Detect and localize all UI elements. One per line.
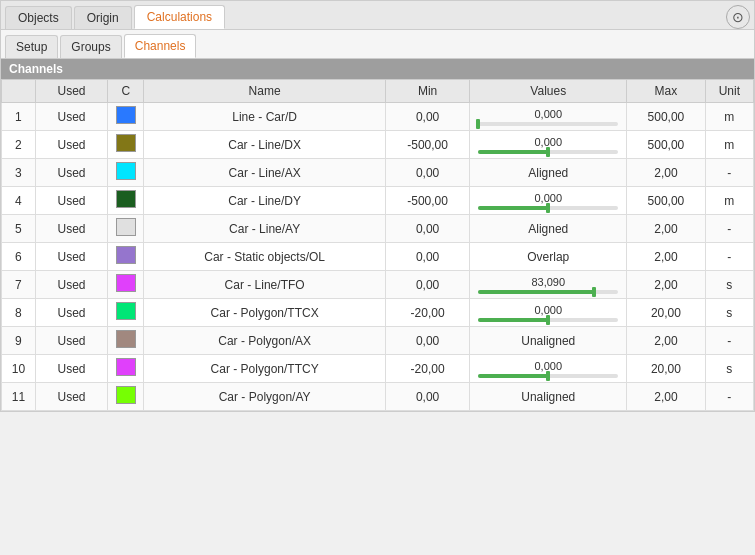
slider-bar[interactable] [478,318,618,322]
cell-max: 2,00 [627,243,705,271]
cell-used: Used [35,243,107,271]
cell-row-num: 11 [2,383,36,411]
slider-thumb[interactable] [546,203,550,213]
cell-value[interactable]: 0,000 [470,103,627,131]
slider-bar[interactable] [478,290,618,294]
cell-max: 2,00 [627,215,705,243]
table-row[interactable]: 10UsedCar - Polygon/TTCY-20,000,00020,00… [2,355,754,383]
cell-color-swatch[interactable] [108,355,144,383]
cell-row-num: 6 [2,243,36,271]
table-row[interactable]: 9UsedCar - Polygon/AX0,00Unaligned2,00- [2,327,754,355]
cell-max: 20,00 [627,355,705,383]
cell-row-num: 10 [2,355,36,383]
cell-name: Car - Polygon/AY [144,383,385,411]
cell-min: -500,00 [385,131,469,159]
col-header-name: Name [144,80,385,103]
table-row[interactable]: 4UsedCar - Line/DY-500,000,000500,00m [2,187,754,215]
slider-thumb[interactable] [546,371,550,381]
slider-bar[interactable] [478,122,618,126]
cell-min: 0,00 [385,159,469,187]
cell-used: Used [35,299,107,327]
cell-unit: - [705,159,753,187]
channels-table: Used C Name Min Values Max Unit 1UsedLin… [1,79,754,411]
table-row[interactable]: 5UsedCar - Line/AY0,00Aligned2,00- [2,215,754,243]
cell-min: -500,00 [385,187,469,215]
tab-channels[interactable]: Channels [124,34,197,58]
tab-calculations[interactable]: Calculations [134,5,225,29]
cell-unit: m [705,131,753,159]
cell-color-swatch[interactable] [108,383,144,411]
cell-max: 500,00 [627,103,705,131]
cell-unit: s [705,271,753,299]
cell-value: Unaligned [470,383,627,411]
cell-color-swatch[interactable] [108,187,144,215]
cell-value[interactable]: 0,000 [470,187,627,215]
table-body: 1UsedLine - Car/D0,000,000500,00m2UsedCa… [2,103,754,411]
tab-origin[interactable]: Origin [74,6,132,29]
col-header-unit: Unit [705,80,753,103]
cell-color-swatch[interactable] [108,131,144,159]
cell-color-swatch[interactable] [108,271,144,299]
table-row[interactable]: 6UsedCar - Static objects/OL0,00Overlap2… [2,243,754,271]
cell-used: Used [35,327,107,355]
cell-unit: m [705,103,753,131]
cell-color-swatch[interactable] [108,243,144,271]
slider-bar[interactable] [478,206,618,210]
cell-used: Used [35,271,107,299]
main-container: Objects Origin Calculations ⊙ Setup Grou… [0,0,755,412]
table-row[interactable]: 1UsedLine - Car/D0,000,000500,00m [2,103,754,131]
cell-used: Used [35,215,107,243]
cell-min: 0,00 [385,271,469,299]
slider-bar[interactable] [478,150,618,154]
cell-color-swatch[interactable] [108,215,144,243]
cell-name: Car - Static objects/OL [144,243,385,271]
cell-max: 500,00 [627,131,705,159]
cell-max: 2,00 [627,327,705,355]
cell-max: 2,00 [627,383,705,411]
cell-max: 2,00 [627,159,705,187]
col-header-values: Values [470,80,627,103]
cell-color-swatch[interactable] [108,327,144,355]
cell-min: -20,00 [385,299,469,327]
slider-thumb[interactable] [546,147,550,157]
cell-value[interactable]: 0,000 [470,355,627,383]
tab-groups[interactable]: Groups [60,35,121,58]
slider-thumb[interactable] [476,119,480,129]
cell-min: -20,00 [385,355,469,383]
cell-name: Car - Polygon/TTCY [144,355,385,383]
cell-color-swatch[interactable] [108,299,144,327]
table-row[interactable]: 8UsedCar - Polygon/TTCX-20,000,00020,00s [2,299,754,327]
slider-thumb[interactable] [592,287,596,297]
table-row[interactable]: 11UsedCar - Polygon/AY0,00Unaligned2,00- [2,383,754,411]
cell-unit: - [705,215,753,243]
cell-min: 0,00 [385,215,469,243]
cell-value[interactable]: 83,090 [470,271,627,299]
slider-bar[interactable] [478,374,618,378]
cell-value: Overlap [470,243,627,271]
cell-row-num: 3 [2,159,36,187]
tab-objects[interactable]: Objects [5,6,72,29]
cell-row-num: 2 [2,131,36,159]
more-button[interactable]: ⊙ [726,5,750,29]
channels-section-label: Channels [1,59,754,79]
cell-row-num: 7 [2,271,36,299]
table-row[interactable]: 3UsedCar - Line/AX0,00Aligned2,00- [2,159,754,187]
table-header-row: Used C Name Min Values Max Unit [2,80,754,103]
cell-color-swatch[interactable] [108,159,144,187]
table-row[interactable]: 2UsedCar - Line/DX-500,000,000500,00m [2,131,754,159]
cell-used: Used [35,131,107,159]
cell-value[interactable]: 0,000 [470,131,627,159]
cell-used: Used [35,187,107,215]
cell-unit: s [705,299,753,327]
cell-color-swatch[interactable] [108,103,144,131]
slider-thumb[interactable] [546,315,550,325]
table-row[interactable]: 7UsedCar - Line/TFO0,0083,0902,00s [2,271,754,299]
col-header-num [2,80,36,103]
cell-value[interactable]: 0,000 [470,299,627,327]
cell-unit: - [705,243,753,271]
cell-value: Aligned [470,215,627,243]
cell-used: Used [35,383,107,411]
tab-setup[interactable]: Setup [5,35,58,58]
cell-max: 2,00 [627,271,705,299]
cell-name: Car - Polygon/TTCX [144,299,385,327]
